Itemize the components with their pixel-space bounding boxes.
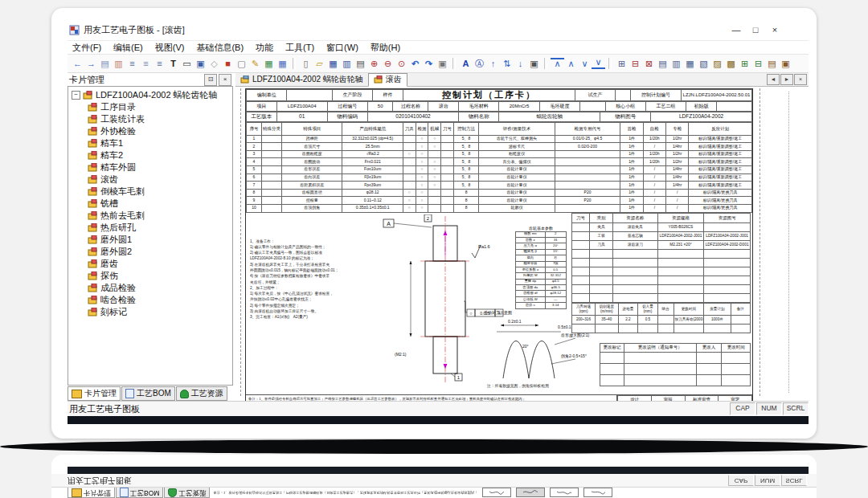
layer-down-icon[interactable]: ▥ — [112, 57, 125, 70]
copy-row-icon[interactable]: ▨ — [710, 57, 724, 70]
move-up-cell-icon[interactable]: ↑ — [486, 57, 500, 70]
zoom-out-icon[interactable]: ⊖ — [381, 57, 395, 70]
tree-item[interactable]: 精车2 — [88, 149, 232, 161]
color-block-icon[interactable]: ■ — [221, 57, 235, 70]
circle-text-icon[interactable]: Ⓐ — [473, 57, 486, 70]
pin-icon[interactable]: ⊡ — [204, 74, 217, 86]
tab-scroll-left-icon[interactable]: ◄ — [767, 74, 780, 85]
tab-close-icon[interactable]: × — [794, 74, 807, 85]
tab-card-manager[interactable]: 卡片管理 — [68, 386, 121, 401]
menu-item[interactable]: 文件(F) — [72, 42, 101, 54]
tree-item[interactable]: 铣槽 — [88, 198, 232, 210]
copy-card-icon[interactable]: ▤ — [765, 57, 779, 70]
print-icon[interactable]: ▤ — [354, 57, 367, 70]
up-icon[interactable]: ∧ — [564, 57, 578, 70]
zoom-fit-icon[interactable]: ⊙ — [395, 57, 408, 70]
image-export-icon[interactable]: ▦ — [276, 57, 289, 70]
frame-icon[interactable]: ▣ — [527, 57, 541, 70]
insert-row-icon[interactable]: ⊞ — [615, 57, 628, 70]
pencil-icon[interactable]: ✎ — [248, 57, 262, 70]
minimize-button[interactable]: — — [727, 22, 746, 37]
layer-up-icon[interactable]: ▤ — [98, 57, 112, 70]
tab-process-resource[interactable]: 工艺资源 — [176, 386, 227, 401]
filled-rect-icon[interactable]: ▣ — [194, 57, 207, 70]
select-region-icon[interactable]: ▢ — [235, 57, 248, 70]
tree-item[interactable]: 倒棱车毛刺 — [88, 186, 232, 198]
column-header: 资源名称 — [613, 213, 658, 222]
swap-cell-icon[interactable]: ⇅ — [500, 57, 514, 70]
forward-icon[interactable]: → — [84, 57, 98, 70]
menu-item[interactable]: 编辑(E) — [113, 42, 143, 54]
tree-item[interactable]: 工序目录 — [88, 101, 232, 113]
menu-item[interactable]: 帮助(H) — [371, 42, 400, 54]
eraser-icon[interactable]: ◇ — [207, 57, 221, 70]
menu-item[interactable]: 功能 — [256, 42, 273, 54]
card-icon — [88, 175, 98, 184]
move-down-cell-icon[interactable]: ↓ — [514, 57, 527, 70]
tree-item[interactable]: 热后研孔 — [88, 222, 232, 234]
to-bottom-icon[interactable]: ∨ — [592, 58, 605, 69]
split-cells-icon[interactable]: ▧ — [697, 57, 710, 70]
tree-item[interactable]: 啮合检验 — [88, 294, 232, 306]
maximize-button[interactable]: □ — [746, 22, 765, 37]
align-bottom-icon[interactable]: ≡ — [153, 57, 166, 70]
doc-tab-gear-hobbing[interactable]: 滚齿 — [368, 73, 407, 87]
down-icon[interactable]: ∨ — [578, 57, 592, 70]
tree-item[interactable]: 磨外圆1 — [88, 234, 232, 246]
merge-cells-icon[interactable]: ▦ — [683, 57, 697, 70]
row-props-icon[interactable]: ▤ — [656, 57, 669, 70]
table-cell — [261, 197, 281, 205]
zoom-in-icon[interactable]: ⊕ — [367, 57, 381, 70]
close-button[interactable]: × — [765, 22, 784, 37]
toolbar-group-edit: ←→▤▥≡≡≡T▭▣◇■▢✎▦▦ — [71, 57, 289, 70]
clone-row-icon[interactable]: ⊞ — [738, 57, 751, 70]
open-file-icon[interactable]: ▱ — [313, 57, 326, 70]
table-cell: 标识/隔离/重新调整/返工 — [689, 150, 752, 158]
new-file-icon[interactable]: ▯ — [299, 57, 313, 70]
table-cell: 1件 — [620, 204, 643, 212]
align-top-icon[interactable]: ≡ — [125, 57, 139, 70]
tree-item[interactable]: 成品检验 — [88, 282, 232, 294]
tab-scroll-right-icon[interactable]: ► — [780, 74, 793, 85]
save-all-icon[interactable]: ▥ — [340, 57, 354, 70]
paste-icon[interactable]: ▣ — [436, 57, 449, 70]
col-props-icon[interactable]: ▥ — [669, 57, 683, 70]
collapse-icon[interactable]: − — [72, 91, 80, 100]
tree-item[interactable]: 外协检验 — [88, 125, 232, 137]
tree-item[interactable]: 磨齿 — [88, 258, 232, 270]
remove-table-icon[interactable]: ⊠ — [642, 57, 656, 70]
back-icon[interactable]: ← — [71, 57, 84, 70]
tree-item[interactable]: 刻标记 — [88, 306, 232, 318]
tree-item[interactable]: 精车1 — [88, 137, 232, 149]
font-icon[interactable]: A — [459, 57, 473, 70]
menu-item[interactable]: 工具(T) — [285, 42, 314, 54]
tree-item[interactable]: 磨外圆2 — [88, 246, 232, 258]
document-canvas[interactable]: 编制单位生产阶段样件 控制计划（工序卡） 试生产控制计划编号LZJN.LDFZ1… — [235, 87, 809, 401]
undo-icon[interactable]: ↶ — [408, 57, 422, 70]
tab-process-bom[interactable]: 工艺BOM — [121, 386, 175, 401]
redo-icon[interactable]: ↷ — [422, 57, 436, 70]
tree-item[interactable]: 精车外圆 — [88, 161, 232, 173]
image-import-icon[interactable]: ▦ — [262, 57, 276, 70]
panel-close-icon[interactable]: × — [219, 74, 231, 86]
tree-root[interactable]: − LDFZ100A04-2002 蜗轮齿轮轴 — [72, 89, 232, 101]
delete-row-icon[interactable]: ⊟ — [628, 57, 642, 70]
paste-row-icon[interactable]: ▩ — [724, 57, 738, 70]
save-icon[interactable]: ▦ — [326, 57, 340, 70]
tree-item[interactable]: 热前去毛刺 — [88, 210, 232, 222]
menu-item[interactable]: 窗口(W) — [326, 42, 358, 54]
card-icon — [88, 187, 98, 196]
tree-item[interactable]: 探伤 — [88, 270, 232, 282]
parameter-row: 跨棒距 M32.312 — [516, 273, 567, 279]
rect-icon[interactable]: ▭ — [180, 57, 194, 70]
menu-item[interactable]: 视图(V) — [155, 42, 185, 54]
menu-item[interactable]: 基础信息(B) — [196, 42, 244, 54]
paste-card-icon[interactable]: ▣ — [779, 57, 792, 70]
align-middle-icon[interactable]: ≡ — [139, 57, 153, 70]
doc-tab-part[interactable]: LDFZ100A04-2002 蜗轮齿轮轴 — [235, 74, 368, 86]
text-icon[interactable]: T — [166, 57, 180, 70]
tree-item[interactable]: 滚齿 — [88, 173, 232, 186]
cut-row-icon[interactable]: ⊟ — [751, 57, 765, 70]
to-top-icon[interactable]: ∧ — [551, 58, 564, 69]
tree-item[interactable]: 工装统计表 — [88, 113, 232, 125]
